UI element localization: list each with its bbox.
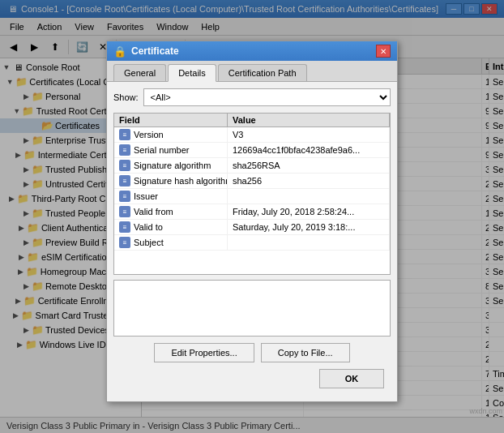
col-value: Value [228, 114, 390, 126]
details-table-header: Field Value [114, 114, 390, 127]
value-serial: 12669a4cc1f0bfac4238afe9a6... [228, 143, 390, 157]
value-subject [228, 235, 390, 250]
value-hash-alg: sha256 [228, 174, 390, 188]
value-valid-to: Saturday, July 20, 2019 3:18:... [228, 220, 390, 234]
modal-overlay: 🔒 Certificate ✕ General Details Certific… [0, 0, 504, 433]
value-area [113, 280, 391, 337]
field-icon-issuer: ≡ [119, 191, 130, 202]
field-sig-alg: ≡ Signature algorithm [114, 158, 228, 173]
field-issuer: ≡ Issuer [114, 189, 228, 204]
value-issuer [228, 189, 390, 204]
field-version: ≡ Version [114, 127, 228, 142]
dialog-title-bar: 🔒 Certificate ✕ [107, 41, 397, 61]
value-version: V3 [228, 127, 390, 142]
field-icon-serial: ≡ [119, 144, 130, 156]
details-row-valid-to[interactable]: ≡ Valid to Saturday, July 20, 2019 3:18:… [114, 220, 390, 235]
field-icon-hash-alg: ≡ [119, 175, 130, 186]
field-icon-valid-to: ≡ [119, 221, 130, 233]
details-row-version[interactable]: ≡ Version V3 [114, 127, 390, 143]
certificate-title-icon: 🔒 [113, 45, 126, 58]
details-row-issuer[interactable]: ≡ Issuer [114, 189, 390, 204]
field-serial: ≡ Serial number [114, 143, 228, 157]
details-row-serial[interactable]: ≡ Serial number 12669a4cc1f0bfac4238afe9… [114, 143, 390, 158]
details-row-sig-alg[interactable]: ≡ Signature algorithm sha256RSA [114, 158, 390, 174]
ok-button[interactable]: OK [319, 369, 384, 388]
tab-general[interactable]: General [113, 64, 166, 81]
value-valid-from: Friday, July 20, 2018 2:58:24... [228, 204, 390, 219]
edit-properties-button[interactable]: Edit Properties... [154, 343, 254, 362]
details-table: Field Value ≡ Version V3 ≡ Serial number… [113, 113, 391, 275]
watermark: wxdn.com [469, 407, 502, 415]
certificate-dialog: 🔒 Certificate ✕ General Details Certific… [106, 41, 398, 402]
copy-to-file-button[interactable]: Copy to File... [261, 343, 350, 362]
tab-bar: General Details Certification Path [107, 61, 397, 82]
details-row-valid-from[interactable]: ≡ Valid from Friday, July 20, 2018 2:58:… [114, 204, 390, 220]
details-row-subject[interactable]: ≡ Subject [114, 235, 390, 251]
field-icon-subject: ≡ [119, 237, 130, 248]
tab-certification-path[interactable]: Certification Path [218, 64, 307, 81]
field-icon-sig-alg: ≡ [119, 160, 130, 171]
field-icon-valid-from: ≡ [119, 206, 130, 217]
dialog-close-button[interactable]: ✕ [376, 45, 391, 58]
show-row: Show: <All> [113, 88, 391, 106]
show-select[interactable]: <All> [143, 88, 391, 106]
field-subject: ≡ Subject [114, 235, 228, 250]
field-valid-to: ≡ Valid to [114, 220, 228, 234]
field-valid-from: ≡ Valid from [114, 204, 228, 219]
dialog-action-buttons: Edit Properties... Copy to File... [113, 337, 391, 369]
tab-details[interactable]: Details [168, 64, 216, 82]
show-label: Show: [113, 92, 139, 102]
value-sig-alg: sha256RSA [228, 158, 390, 173]
details-row-hash-alg[interactable]: ≡ Signature hash algorithm sha256 [114, 174, 390, 189]
dialog-content: Show: <All> Field Value ≡ Version V3 [107, 82, 397, 401]
dialog-title-text: Certificate [131, 45, 376, 57]
field-icon-version: ≡ [119, 129, 130, 140]
col-field: Field [114, 114, 228, 126]
field-hash-alg: ≡ Signature hash algorithm [114, 174, 228, 188]
